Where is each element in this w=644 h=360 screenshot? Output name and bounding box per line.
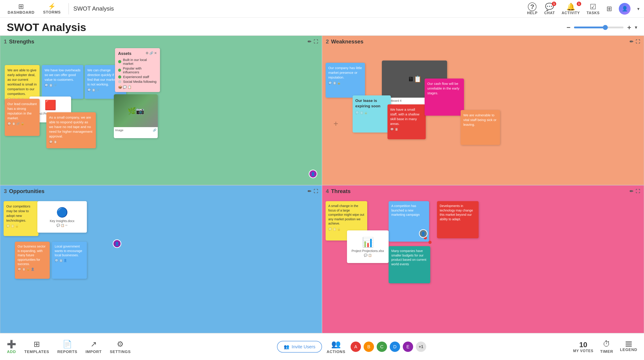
avatar-3[interactable]: C: [376, 341, 388, 352]
check-item-1: Built in our local market: [118, 58, 157, 66]
dot-indicator-blue: [428, 241, 432, 244]
legend-button[interactable]: LEGEND: [620, 342, 637, 352]
timer-button[interactable]: ⏱ TIMER: [600, 340, 613, 354]
q3-number: 3: [4, 188, 7, 194]
zoom-minus-button[interactable]: −: [566, 24, 571, 31]
q4-fullscreen-icon[interactable]: ⛶: [636, 189, 640, 194]
templates-button[interactable]: ⊞ TEMPLATES: [24, 340, 49, 354]
user-cursor-q1: 👤: [309, 170, 317, 178]
file-word[interactable]: 🔵 Key Insights.docx 💬 📋 ✏: [37, 201, 87, 233]
q3-fullscreen-icon[interactable]: ⛶: [314, 189, 318, 194]
add-label: ADD: [7, 350, 16, 354]
q4-title: Threats: [331, 188, 350, 194]
sticky-business-sector[interactable]: Our business sector is expanding, with m…: [15, 242, 50, 279]
invite-label: Invite Users: [292, 344, 316, 350]
legend-icon: [626, 342, 632, 346]
user-avatar[interactable]: 👤: [619, 3, 630, 14]
avatar-4[interactable]: D: [389, 341, 401, 352]
sticky-vulnerable-staff[interactable]: We are vulnerable to vital staff being s…: [460, 110, 500, 145]
q4-header: 4 Threats ✏ ⛶: [322, 186, 644, 197]
q3-edit-icon[interactable]: ✏: [308, 188, 312, 194]
sticky-competitors-slow[interactable]: Our competitors may be slow to adopt new…: [4, 201, 38, 236]
import-button[interactable]: ↗ IMPORT: [86, 340, 102, 354]
zoom-thumb[interactable]: [603, 25, 608, 30]
check-item-4: Social Media following: [118, 80, 157, 84]
q1-title: Strengths: [9, 38, 34, 45]
q2-title: Weaknesses: [331, 38, 364, 45]
avatar-1[interactable]: A: [350, 341, 362, 352]
reports-label: REPORTS: [58, 350, 78, 354]
storms-label: STORMS: [43, 10, 61, 14]
avatar-5[interactable]: E: [402, 341, 414, 352]
apps-icon-group[interactable]: ⊞: [606, 5, 612, 12]
swot-grid: 1 Strengths ✏ ⛶ Assets⚙ 🔗 ✕ Built in our…: [0, 36, 644, 335]
settings-button[interactable]: ⚙ SETTINGS: [110, 340, 131, 354]
sticky-cash-flow[interactable]: Our cash flow will be unreliable in the …: [424, 78, 464, 116]
file-excel[interactable]: 📊 Project Projections.xlsx 💬 📋: [347, 230, 388, 263]
checklist-title: Assets⚙ 🔗 ✕: [118, 51, 157, 56]
sticky-many-companies[interactable]: Many companies have smaller budgets for …: [388, 246, 430, 283]
sticky-developments-tech[interactable]: Developments in technology may change th…: [437, 201, 478, 238]
settings-icon: ⚙: [117, 340, 124, 348]
checklist-assets: Assets⚙ 🔗 ✕ Built in our local market Po…: [115, 48, 160, 92]
plus-icon-q2[interactable]: +: [334, 119, 338, 128]
invite-users-button[interactable]: 👥 Invite Users: [277, 341, 322, 352]
storms-icon: ⚡: [48, 3, 56, 10]
zoom-controls: − + ▾: [566, 24, 637, 31]
avatar-plus[interactable]: +1: [415, 341, 427, 352]
sticky-lease-expiring[interactable]: Our lease is expiring soon 💬 📋 🔒: [352, 96, 391, 132]
add-button[interactable]: ➕ ADD: [7, 340, 16, 354]
dashboard-label: DASHBOARD: [8, 10, 35, 15]
q4-edit-icon[interactable]: ✏: [630, 188, 634, 194]
sticky-lead-consultant[interactable]: Our lead consultant has a strong reputat…: [5, 99, 40, 136]
q2-header: 2 Weaknesses ✏ ⛶: [322, 36, 644, 48]
votes-count: 10: [579, 341, 587, 349]
q2-number: 2: [326, 38, 329, 45]
page-title-bar: SWOT Analysis − + ▾: [0, 18, 644, 36]
actions-button[interactable]: 👥 ACTIONS: [326, 340, 346, 354]
avatar-dropdown[interactable]: ▾: [637, 6, 640, 12]
apps-icon: ⊞: [606, 5, 612, 12]
sticky-small-staff[interactable]: We have a small staff, with a shallow sk…: [388, 104, 426, 139]
activity-badge: 1: [577, 2, 581, 6]
my-votes-button[interactable]: 10 MY VOTES: [573, 341, 593, 353]
help-icon-group[interactable]: ? HELP: [527, 2, 538, 15]
q1-fullscreen-icon[interactable]: ⛶: [314, 39, 318, 44]
sticky-low-overheads[interactable]: We have low overheads so we can offer go…: [42, 65, 84, 99]
avatar-2[interactable]: B: [363, 341, 375, 352]
toolbar-left: ➕ ADD ⊞ TEMPLATES 📄 REPORTS ↗ IMPORT ⚙ S…: [7, 340, 131, 354]
zoom-plus-button[interactable]: +: [627, 24, 631, 31]
actions-icon: 👥: [331, 340, 341, 348]
nav-item-dashboard[interactable]: ⊞ DASHBOARD: [4, 2, 38, 15]
q2-fullscreen-icon[interactable]: ⛶: [636, 39, 640, 44]
zoom-dropdown-button[interactable]: ▾: [635, 24, 637, 30]
header: ⊞ DASHBOARD ⚡ STORMS SWOT Analysis ? HEL…: [0, 0, 644, 18]
q3-header: 3 Opportunities ✏ ⛶: [0, 186, 322, 197]
zoom-bar[interactable]: [574, 26, 624, 28]
tasks-icon-group[interactable]: ☑ TASKS: [586, 2, 600, 15]
help-label: HELP: [527, 11, 538, 15]
app-title: SWOT Analysis: [73, 5, 114, 12]
check-item-3: Experienced staff: [118, 75, 157, 79]
invite-icon: 👥: [284, 344, 289, 350]
sticky-local-govt[interactable]: Local government wants to encourage loca…: [52, 242, 87, 279]
quadrant-weaknesses: 2 Weaknesses ✏ ⛶ Our company has little …: [322, 36, 644, 185]
activity-icon-group[interactable]: 🔔 1 ACTIVITY: [562, 2, 580, 15]
sticky-small-company[interactable]: As a small company, we are able to respo…: [46, 112, 96, 148]
q2-edit-icon[interactable]: ✏: [630, 39, 634, 44]
votes-label: MY VOTES: [573, 349, 593, 353]
user-cursor-q4: 👤: [419, 229, 428, 238]
reports-button[interactable]: 📄 REPORTS: [58, 340, 78, 354]
quadrant-opportunities: 3 Opportunities ✏ ⛶ Our competitors may …: [0, 185, 322, 335]
photo-nature[interactable]: 🌿📷 Image🔗: [114, 94, 158, 138]
nav-item-storms[interactable]: ⚡ STORMS: [40, 3, 64, 14]
toolbar-avatars: A B C D E +1: [350, 341, 427, 352]
templates-icon: ⊞: [34, 340, 40, 348]
toolbar-center: 👥 Invite Users 👥 ACTIONS A B C D E +1: [277, 340, 427, 354]
chat-icon-group[interactable]: 💬 1 CHAT: [544, 2, 555, 15]
q1-edit-icon[interactable]: ✏: [308, 39, 312, 44]
tasks-icon: ☑: [590, 2, 596, 11]
import-icon: ↗: [90, 340, 97, 348]
sticky-little-market[interactable]: Our company has little market presence o…: [326, 63, 365, 98]
header-left: ⊞ DASHBOARD ⚡ STORMS SWOT Analysis: [4, 2, 114, 15]
